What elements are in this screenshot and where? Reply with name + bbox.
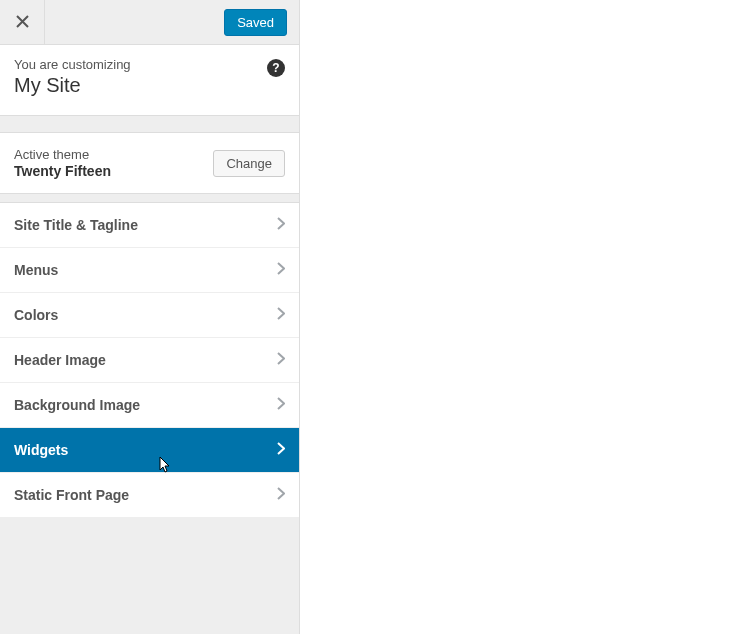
chevron-right-icon: [277, 261, 285, 279]
section-menus[interactable]: Menus: [0, 248, 299, 293]
chevron-right-icon: [277, 351, 285, 369]
saved-button[interactable]: Saved: [224, 9, 287, 36]
close-icon: [16, 14, 29, 31]
theme-name: Twenty Fifteen: [14, 163, 111, 179]
sections-list: Site Title & Tagline Menus Colors Header…: [0, 202, 299, 518]
chevron-right-icon: [277, 216, 285, 234]
section-label: Header Image: [14, 352, 106, 368]
active-theme-label: Active theme: [14, 147, 111, 162]
chevron-right-icon: [277, 441, 285, 459]
section-widgets[interactable]: Widgets: [0, 428, 299, 473]
info-section: You are customizing My Site ?: [0, 45, 299, 116]
theme-text: Active theme Twenty Fifteen: [14, 147, 111, 179]
section-background-image[interactable]: Background Image: [0, 383, 299, 428]
section-label: Menus: [14, 262, 58, 278]
section-static-front-page[interactable]: Static Front Page: [0, 473, 299, 518]
help-icon[interactable]: ?: [267, 59, 285, 77]
section-label: Site Title & Tagline: [14, 217, 138, 233]
section-label: Widgets: [14, 442, 68, 458]
site-title: My Site: [14, 74, 285, 97]
change-theme-button[interactable]: Change: [213, 150, 285, 177]
section-colors[interactable]: Colors: [0, 293, 299, 338]
customizer-sidebar: Saved You are customizing My Site ? Acti…: [0, 0, 300, 634]
section-label: Colors: [14, 307, 58, 323]
chevron-right-icon: [277, 486, 285, 504]
customizing-label: You are customizing: [14, 57, 285, 72]
section-header-image[interactable]: Header Image: [0, 338, 299, 383]
section-label: Background Image: [14, 397, 140, 413]
spacer: [0, 116, 299, 132]
chevron-right-icon: [277, 306, 285, 324]
chevron-right-icon: [277, 396, 285, 414]
section-label: Static Front Page: [14, 487, 129, 503]
spacer: [0, 194, 299, 202]
theme-section: Active theme Twenty Fifteen Change: [0, 132, 299, 194]
close-button[interactable]: [0, 0, 45, 45]
top-bar: Saved: [0, 0, 299, 45]
section-site-title-tagline[interactable]: Site Title & Tagline: [0, 202, 299, 248]
